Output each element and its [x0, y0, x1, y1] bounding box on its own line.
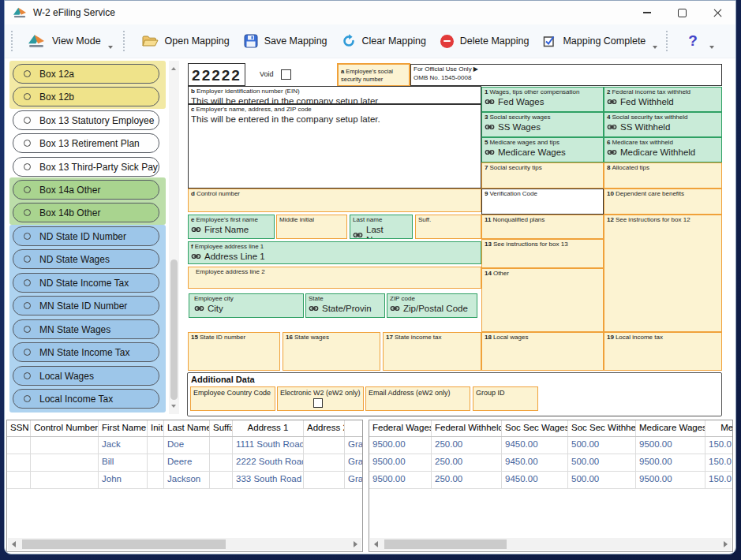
form-address2[interactable]: Employee address line 2 — [188, 267, 481, 289]
grid-row[interactable]: Jack Doe 1111 South Road Grand — [7, 437, 362, 454]
grid-cell[interactable]: 9450.00 — [502, 454, 568, 471]
sidebar-item-box-13-retirement-plan[interactable]: Box 13 Retirement Plan — [13, 133, 159, 153]
grid-cell[interactable]: Bill — [99, 454, 148, 471]
title-bar[interactable]: W-2 eFiling Service — [5, 1, 735, 24]
grid-row[interactable]: 9500.00 250.00 9450.00 500.00 9500.00 15… — [369, 437, 732, 454]
form-email-address[interactable]: Email Address (eW2 only) — [365, 386, 470, 411]
form-box-9[interactable]: 9Verification Code — [481, 189, 604, 215]
grid-cell[interactable]: 250.00 — [432, 437, 502, 454]
grid-cell[interactable]: Doe — [164, 437, 210, 454]
grid-cell[interactable] — [31, 437, 99, 454]
column-header[interactable]: Init — [148, 420, 164, 436]
column-header[interactable]: Address 2 — [304, 420, 345, 436]
scrollbar-thumb[interactable] — [384, 539, 507, 549]
grid-cell[interactable]: Grand — [345, 454, 363, 471]
void-checkbox[interactable] — [281, 69, 291, 80]
grid-cell[interactable] — [31, 454, 99, 471]
grid-cell[interactable] — [304, 437, 345, 454]
form-box-2[interactable]: 2Federal income tax withheld Fed Withhel… — [604, 87, 722, 112]
column-header[interactable]: Soc Sec Wages — [502, 420, 568, 436]
scroll-left-icon[interactable] — [12, 541, 16, 547]
form-group-id[interactable]: Group ID — [473, 386, 538, 411]
toolbar-grip[interactable] — [11, 31, 15, 51]
form-box-7[interactable]: 7Social security tips — [481, 162, 604, 189]
grid-cell[interactable]: 500.00 — [568, 437, 636, 454]
grid-cell[interactable]: 9500.00 — [636, 454, 705, 471]
grid-cell[interactable] — [148, 454, 164, 471]
sidebar-item-box-12a[interactable]: Box 12a — [13, 64, 159, 84]
grid-cell[interactable]: 9500.00 — [636, 437, 705, 454]
column-header[interactable]: Address 1 — [233, 420, 304, 436]
sidebar-item-local-income-tax[interactable]: Local Income Tax — [13, 389, 159, 409]
grid-cell[interactable] — [7, 437, 31, 454]
form-box-19[interactable]: 19Local income tax — [604, 332, 722, 371]
sidebar-item-nd-state-id-number[interactable]: ND State ID Number — [13, 226, 159, 246]
form-suffix[interactable]: Suff. — [415, 215, 481, 239]
grid-cell[interactable] — [210, 437, 233, 454]
form-box-18[interactable]: 18Local wages — [481, 332, 604, 371]
form-box-f[interactable]: fEmployee address line 1 Address Line 1 — [188, 241, 481, 264]
column-header[interactable]: Last Name — [164, 420, 210, 436]
form-box-10[interactable]: 10Dependent care benefits — [604, 189, 722, 215]
sidebar-item-nd-state-income-tax[interactable]: ND State Income Tax — [13, 273, 159, 293]
form-middle-initial[interactable]: Middle initial — [276, 215, 347, 239]
form-box-11[interactable]: 11Nonqualified plans — [481, 215, 604, 239]
column-header[interactable]: Medic — [705, 420, 733, 436]
toolbar-grip[interactable] — [666, 31, 670, 51]
form-box-4[interactable]: 4Social security tax withheld SS Withhel… — [604, 112, 722, 137]
form-box-6[interactable]: 6Medicare tax withheld Medicare Withheld — [604, 137, 722, 162]
grid-cell[interactable] — [31, 472, 99, 488]
scrollbar-thumb[interactable] — [170, 259, 178, 400]
open-mapping-button[interactable]: Open Mapping — [135, 31, 237, 52]
grid-cell[interactable]: John — [99, 472, 148, 488]
sidebar-item-box-13-third-party-sick-pay[interactable]: Box 13 Third-Party Sick Pay — [13, 157, 159, 177]
column-header[interactable]: Suffix — [210, 420, 233, 436]
grid-cell[interactable]: 2222 South Road — [233, 454, 304, 471]
grid-cell[interactable]: 250.00 — [432, 472, 502, 488]
grid-cell[interactable]: 333 South Road — [233, 472, 304, 488]
sidebar-item-mn-state-id-number[interactable]: MN State ID Number — [13, 296, 159, 315]
sidebar-item-box-14a-other[interactable]: Box 14a Other — [13, 180, 159, 200]
grid-cell[interactable]: 500.00 — [568, 454, 636, 471]
column-header[interactable]: Soc Sec Withheld — [568, 420, 636, 436]
sidebar-item-box-13-statutory-employee[interactable]: Box 13 Statutory Employee — [13, 110, 159, 130]
grid-cell[interactable]: 9500.00 — [369, 472, 432, 488]
toolbar-grip[interactable] — [123, 31, 127, 51]
grid-cell[interactable]: 9500.00 — [369, 437, 432, 454]
grid-cell[interactable]: 500.00 — [568, 472, 636, 488]
form-box-d[interactable]: dControl number — [188, 189, 481, 212]
column-header[interactable]: Federal Withheld — [432, 420, 502, 436]
grid-cell[interactable]: 9500.00 — [636, 472, 705, 488]
form-state[interactable]: State State/Provin — [305, 293, 385, 318]
scroll-down-icon[interactable] — [171, 405, 176, 410]
form-box-14[interactable]: 14Other — [481, 268, 604, 332]
form-box-16[interactable]: 16State wages — [283, 332, 380, 371]
save-mapping-button[interactable]: Save Mapping — [237, 30, 335, 52]
form-last-name[interactable]: Last name Last Name — [350, 215, 413, 239]
grid-cell[interactable] — [7, 454, 31, 471]
form-box-c[interactable]: cEmployer's name, address, and ZIP code … — [188, 104, 481, 189]
grid-cell[interactable] — [210, 454, 233, 471]
form-box-13[interactable]: 13See instructions for box 13 — [481, 239, 604, 268]
grid-row[interactable]: John Jackson 333 South Road Grand — [7, 472, 362, 489]
grid-row[interactable]: 9500.00 250.00 9450.00 500.00 9500.00 15… — [369, 472, 732, 489]
column-header[interactable]: C — [345, 420, 363, 436]
sidebar-item-box-14b-other[interactable]: Box 14b Other — [13, 203, 159, 222]
form-box-17[interactable]: 17State income tax — [383, 332, 481, 371]
close-button[interactable] — [700, 1, 735, 24]
toolbar-overflow-icon[interactable] — [653, 46, 657, 51]
grid-cell[interactable]: 150.0 — [705, 437, 733, 454]
sidebar-item-box-12b[interactable]: Box 12b — [13, 87, 159, 106]
form-electronic-w2[interactable]: Electronic W2 (eW2 only) — [277, 386, 364, 411]
grid-cell[interactable]: Grand — [345, 437, 363, 454]
scroll-right-icon[interactable] — [724, 541, 728, 547]
form-box-15[interactable]: 15State ID number — [188, 332, 280, 371]
grid-row[interactable]: 9500.00 250.00 9450.00 500.00 9500.00 15… — [369, 454, 732, 472]
form-employee-country-code[interactable]: Employee Country Code — [190, 386, 275, 411]
grid-cell[interactable]: 1111 South Road — [233, 437, 304, 454]
form-box-8[interactable]: 8Allocated tips — [604, 162, 722, 189]
scroll-left-icon[interactable] — [374, 541, 378, 547]
form-box-3[interactable]: 3Social security wages SS Wages — [481, 112, 604, 137]
help-button[interactable]: ? — [676, 28, 709, 54]
grid-cell[interactable]: 250.00 — [432, 454, 502, 471]
